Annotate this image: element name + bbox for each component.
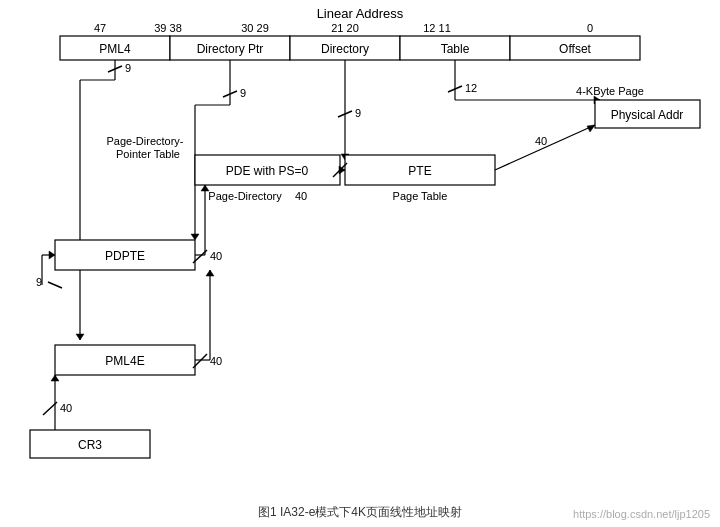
svg-text:40: 40 <box>60 402 72 414</box>
svg-marker-42 <box>206 270 214 276</box>
svg-text:12 11: 12 11 <box>423 22 451 34</box>
svg-marker-29 <box>587 125 595 132</box>
svg-marker-11 <box>76 334 84 340</box>
main-diagram: Linear Address 47 39 38 30 29 21 20 12 1… <box>0 0 720 490</box>
svg-text:9: 9 <box>125 62 131 74</box>
svg-text:12: 12 <box>465 82 477 94</box>
svg-line-45 <box>48 282 62 288</box>
page-directory-label: Page-Directory <box>208 190 282 202</box>
cr3-label: CR3 <box>78 438 102 452</box>
watermark-text: https://blog.csdn.net/ljp1205 <box>573 508 710 520</box>
svg-text:47: 47 <box>94 22 106 34</box>
pml4e-label: PML4E <box>105 354 144 368</box>
directory-ptr-label: Directory Ptr <box>197 42 264 56</box>
table-label: Table <box>441 42 470 56</box>
svg-text:39 38: 39 38 <box>154 22 182 34</box>
pdp-table-label2: Pointer Table <box>116 148 180 160</box>
directory-label: Directory <box>321 42 369 56</box>
pml4-label: PML4 <box>99 42 131 56</box>
four-kbyte-label: 4-KByte Page <box>576 85 644 97</box>
svg-text:9: 9 <box>355 107 361 119</box>
svg-marker-17 <box>191 234 199 240</box>
svg-text:9: 9 <box>36 276 42 288</box>
svg-line-28 <box>495 125 595 170</box>
watermark: https://blog.csdn.net/ljp1205 <box>573 507 710 521</box>
pdpte-label: PDPTE <box>105 249 145 263</box>
svg-text:40: 40 <box>210 355 222 367</box>
diagram-container: Linear Address 47 39 38 30 29 21 20 12 1… <box>0 0 720 490</box>
pte-label: PTE <box>408 164 431 178</box>
svg-text:0: 0 <box>587 22 593 34</box>
pde-label: PDE with PS=0 <box>226 164 309 178</box>
svg-text:21 20: 21 20 <box>331 22 359 34</box>
linear-address-label: Linear Address <box>317 6 404 21</box>
figure-label: 图1 IA32-e模式下4K页面线性地址映射 <box>258 505 462 519</box>
svg-text:9: 9 <box>240 87 246 99</box>
svg-text:30 29: 30 29 <box>241 22 269 34</box>
page-table-label: Page Table <box>393 190 448 202</box>
svg-marker-49 <box>49 251 55 259</box>
svg-text:40: 40 <box>210 250 222 262</box>
svg-marker-37 <box>201 185 209 191</box>
svg-marker-51 <box>51 375 59 381</box>
svg-text:40: 40 <box>535 135 547 147</box>
svg-text:40: 40 <box>295 190 307 202</box>
physical-addr-label: Physical Addr <box>611 108 684 122</box>
pdp-table-label: Page-Directory- <box>106 135 183 147</box>
offset-label: Offset <box>559 42 591 56</box>
